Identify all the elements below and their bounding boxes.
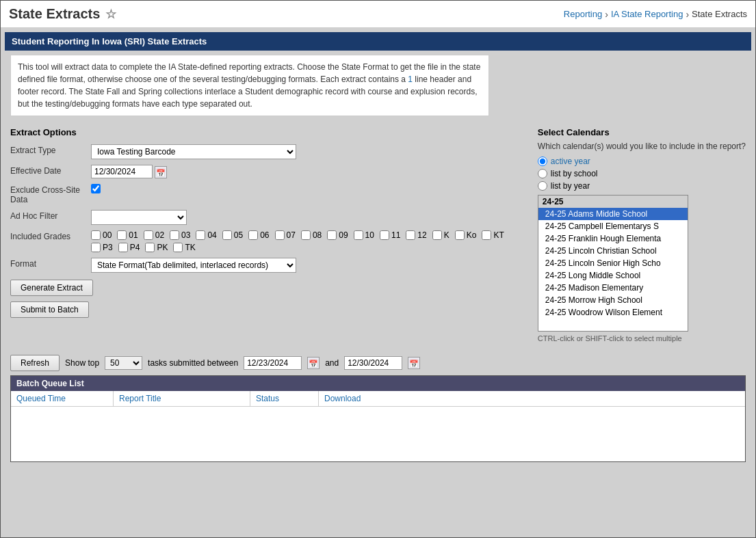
grade-K: K — [432, 230, 449, 240]
calendar-item-woodrow[interactable]: 24-25 Woodrow Wilson Element — [538, 306, 688, 319]
adhoc-select[interactable] — [91, 210, 187, 225]
grade-TK-checkbox[interactable] — [173, 243, 183, 252]
grade-10-checkbox[interactable] — [354, 230, 363, 240]
grade-06-checkbox[interactable] — [248, 230, 258, 240]
grade-11: 11 — [380, 230, 400, 240]
select-calendars-heading: Select Calendars — [538, 127, 746, 137]
select-calendars-panel: Select Calendars Which calendar(s) would… — [538, 127, 746, 342]
batch-start-date-input[interactable] — [244, 356, 302, 370]
extract-type-control: Iowa Testing Barcode — [91, 144, 524, 159]
generate-extract-button[interactable]: Generate Extract — [10, 280, 93, 296]
radio-list-by-year-input[interactable] — [538, 181, 547, 191]
grade-07: 07 — [275, 230, 296, 240]
grade-04: 04 — [196, 230, 216, 240]
extract-type-label: Extract Type — [10, 144, 86, 155]
calendar-item-lincoln-senior[interactable]: 24-25 Lincoln Senior High Scho — [538, 257, 688, 269]
grade-P4-checkbox[interactable] — [118, 243, 128, 252]
page-title: State Extracts ☆ — [9, 6, 116, 22]
batch-end-date-input[interactable] — [344, 356, 402, 370]
calendar-desc: Which calendar(s) would you like to incl… — [538, 142, 746, 151]
grade-03-checkbox[interactable] — [170, 230, 179, 240]
extract-type-select[interactable]: Iowa Testing Barcode — [91, 144, 296, 159]
radio-list-by-school-input[interactable] — [538, 169, 547, 178]
calendar-radio-group: active year list by school list by year — [538, 157, 746, 191]
grade-KT-checkbox[interactable] — [482, 230, 491, 240]
grade-09-checkbox[interactable] — [327, 230, 337, 240]
calendar-item-madison[interactable]: 24-25 Madison Elementary — [538, 282, 688, 294]
grade-06: 06 — [248, 230, 269, 240]
adhoc-filter-row: Ad Hoc Filter — [10, 210, 524, 225]
effective-date-calendar-icon[interactable]: 📅 — [155, 166, 167, 178]
batch-controls: Refresh Show top 50 100 200 tasks submit… — [10, 355, 746, 371]
grade-PK-checkbox[interactable] — [145, 243, 155, 252]
effective-date-input[interactable]: 12/30/2024 — [91, 165, 153, 178]
effective-date-label: Effective Date — [10, 165, 86, 176]
grade-05-checkbox[interactable] — [222, 230, 232, 240]
grades-grid: 00 01 02 03 04 05 06 07 08 09 10 11 12 K — [91, 230, 524, 252]
grade-03: 03 — [170, 230, 190, 240]
batch-start-date-calendar-icon[interactable]: 📅 — [307, 357, 320, 369]
grade-11-checkbox[interactable] — [380, 230, 389, 240]
batch-col-queued-time[interactable]: Queued Time — [11, 391, 114, 406]
calendar-listbox[interactable]: 24-25 24-25 Adams Middle School 24-25 Ca… — [538, 195, 688, 332]
batch-queue-title: Batch Queue List — [11, 376, 745, 391]
breadcrumb-state-extracts: State Extracts — [692, 9, 747, 19]
show-top-select[interactable]: 50 100 200 — [105, 356, 142, 370]
format-label: Format — [10, 258, 86, 269]
calendar-item-long[interactable]: 24-25 Long Middle School — [538, 269, 688, 282]
grade-12-checkbox[interactable] — [406, 230, 415, 240]
section-title-bar: Student Reporting In Iowa (SRI) State Ex… — [5, 32, 751, 51]
description-link[interactable]: 1 — [408, 75, 413, 84]
calendar-item-adams[interactable]: 24-25 Adams Middle School — [538, 208, 688, 220]
refresh-button[interactable]: Refresh — [10, 355, 60, 371]
radio-active-year-label: active year — [551, 157, 590, 166]
breadcrumb-ia-state-reporting[interactable]: IA State Reporting — [611, 9, 683, 19]
grade-02-checkbox[interactable] — [144, 230, 153, 240]
page-header: State Extracts ☆ Reporting › IA State Re… — [1, 1, 755, 28]
grade-04-checkbox[interactable] — [196, 230, 205, 240]
breadcrumb-sep-2: › — [686, 9, 689, 20]
breadcrumb-sep-1: › — [605, 9, 608, 20]
radio-active-year-input[interactable] — [538, 157, 547, 166]
grade-07-checkbox[interactable] — [275, 230, 285, 240]
grade-KT: KT — [482, 230, 504, 240]
batch-col-status[interactable]: Status — [250, 391, 319, 406]
grade-K-checkbox[interactable] — [432, 230, 442, 240]
calendar-item-morrow[interactable]: 24-25 Morrow High School — [538, 294, 688, 306]
effective-date-row: Effective Date 12/30/2024 📅 — [10, 165, 524, 178]
batch-end-date-calendar-icon[interactable]: 📅 — [408, 357, 420, 369]
breadcrumb-reporting[interactable]: Reporting — [564, 9, 602, 19]
calendar-hint: CTRL-click or SHIFT-click to select mult… — [538, 334, 746, 342]
exclude-checkbox[interactable] — [91, 184, 101, 193]
grade-Ko-checkbox[interactable] — [455, 230, 465, 240]
exclude-label: Exclude Cross-Site Data — [10, 184, 86, 204]
grade-12: 12 — [406, 230, 426, 240]
grade-01-checkbox[interactable] — [117, 230, 127, 240]
grade-05: 05 — [222, 230, 243, 240]
submit-to-batch-button[interactable]: Submit to Batch — [10, 301, 89, 318]
grade-P4: P4 — [118, 243, 140, 252]
radio-list-by-year-label: list by year — [551, 181, 590, 191]
calendar-item-campbell[interactable]: 24-25 Campbell Elementarys S — [538, 220, 688, 232]
grade-08: 08 — [301, 230, 322, 240]
calendar-item-lincoln-christian[interactable]: 24-25 Lincoln Christian School — [538, 245, 688, 257]
grade-01: 01 — [117, 230, 138, 240]
included-grades-label: Included Grades — [10, 230, 86, 241]
calendar-item-franklin[interactable]: 24-25 Franklin Hough Elementa — [538, 232, 688, 245]
extract-type-row: Extract Type Iowa Testing Barcode — [10, 144, 524, 159]
batch-queue-box: Batch Queue List Queued Time Report Titl… — [10, 375, 746, 462]
calendar-group-header: 24-25 — [538, 196, 688, 208]
favorite-icon[interactable]: ☆ — [105, 7, 116, 22]
batch-col-report-title[interactable]: Report Title — [114, 391, 250, 406]
action-buttons: Generate Extract Submit to Batch — [10, 280, 524, 318]
grade-08-checkbox[interactable] — [301, 230, 311, 240]
breadcrumb: Reporting › IA State Reporting › State E… — [564, 9, 747, 20]
radio-list-by-school-label: list by school — [551, 169, 598, 178]
grade-00: 00 — [91, 230, 112, 240]
radio-active-year: active year — [538, 157, 746, 166]
exclude-control — [91, 184, 524, 196]
format-select[interactable]: State Format(Tab delimited, interlaced r… — [91, 258, 296, 273]
format-control: State Format(Tab delimited, interlaced r… — [91, 258, 524, 273]
grade-P3-checkbox[interactable] — [91, 243, 101, 252]
grade-00-checkbox[interactable] — [91, 230, 101, 240]
